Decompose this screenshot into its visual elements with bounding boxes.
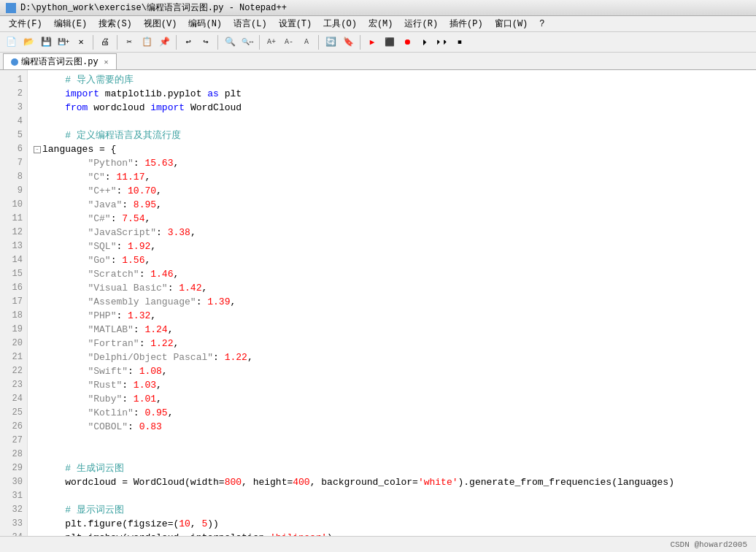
code-segment-11-3: 7.54 — [122, 212, 144, 226]
code-segment-30-0: wordcloud = WordCloud(width= — [42, 475, 225, 489]
toolbar-macro[interactable]: ◼ — [452, 34, 468, 50]
line-number-27: 27 — [3, 434, 23, 448]
code-segment-27-0 — [42, 434, 65, 448]
code-segment-8-1: "C" — [88, 170, 104, 184]
menu-item-p[interactable]: 插件(P) — [444, 16, 489, 31]
toolbar-new[interactable]: 📄 — [3, 34, 19, 50]
code-segment-14-0 — [42, 253, 88, 267]
status-bar: CSDN @howard2005 — [0, 536, 756, 552]
menu-item-m[interactable]: 宏(M) — [363, 16, 399, 31]
toolbar-saveall[interactable]: 💾+ — [55, 34, 72, 50]
code-segment-21-1: "Delphi/Object Pascal" — [88, 350, 213, 364]
code-segment-2-3: as — [207, 87, 219, 101]
line-number-33: 33 — [3, 517, 23, 531]
editor[interactable]: 1234567891011121314151617181920212223242… — [0, 70, 756, 536]
menu-item-v[interactable]: 视图(V) — [138, 16, 183, 31]
menu-item-r[interactable]: 运行(R) — [398, 16, 444, 31]
menu-item-s[interactable]: 搜索(S) — [93, 16, 138, 31]
menu-item-n[interactable]: 编码(N) — [182, 16, 228, 31]
toolbar-save[interactable]: 💾 — [38, 34, 54, 50]
code-segment-14-3: 1.56 — [122, 253, 144, 267]
toolbar-zoom-out[interactable]: A- — [281, 34, 297, 50]
code-segment-25-1: "Kotlin" — [88, 406, 133, 420]
toolbar-playback[interactable]: ⏵ — [417, 34, 433, 50]
fold-btn-6[interactable]: - — [34, 146, 41, 153]
line-number-14: 14 — [3, 253, 23, 267]
toolbar-record[interactable]: ⏺ — [399, 34, 415, 50]
toolbar-redo[interactable]: ↪ — [198, 34, 214, 50]
code-segment-19-1: "MATLAB" — [88, 323, 133, 337]
toolbar-undo[interactable]: ↩ — [180, 34, 196, 50]
line-number-1: 1 — [3, 73, 23, 87]
code-segment-2-2: matplotlib.pyplot — [99, 87, 207, 101]
toolbar-find[interactable]: 🔍 — [222, 34, 238, 50]
toolbar-paste[interactable]: 📌 — [156, 34, 172, 50]
code-line-33: plt.figure(figsize=(10, 5)) — [34, 517, 750, 531]
toolbar-zoom-reset[interactable]: A — [298, 34, 315, 50]
code-segment-16-4: , — [201, 281, 207, 295]
code-segment-22-4: , — [162, 364, 168, 378]
toolbar-open[interactable]: 📂 — [20, 34, 36, 50]
code-segment-20-2: : — [139, 337, 151, 350]
toolbar-run[interactable]: ▶ — [364, 34, 380, 50]
tab-lang-indicator — [11, 58, 18, 66]
code-segment-9-3: 10.70 — [128, 184, 156, 198]
toolbar-print[interactable]: 🖨 — [97, 34, 113, 50]
toolbar-copy[interactable]: 📋 — [139, 34, 155, 50]
code-line-15: "Scratch": 1.46, — [34, 267, 750, 281]
code-segment-26-0 — [42, 420, 88, 434]
code-segment-30-1: 800 — [225, 475, 242, 489]
code-segment-34-1: 'bilinear' — [270, 531, 327, 536]
code-segment-10-0 — [42, 198, 88, 212]
code-segment-12-1: "JavaScript" — [88, 226, 156, 239]
code-segment-22-3: 1.08 — [139, 364, 162, 378]
code-segment-2-1: import — [65, 87, 99, 101]
code-line-6: -languages = { — [34, 142, 750, 156]
code-segment-7-1: "Python" — [88, 156, 133, 170]
code-segment-13-2: : — [116, 239, 128, 253]
toolbar-playback-x[interactable]: ⏵⏵ — [434, 34, 450, 50]
code-line-10: "Java": 8.95, — [34, 198, 750, 212]
menu-item-o[interactable]: 工具(O) — [317, 16, 363, 31]
code-segment-25-3: 0.95 — [144, 406, 167, 420]
code-segment-21-0 — [42, 350, 88, 364]
toolbar-close[interactable]: ✕ — [73, 34, 89, 50]
tab-file[interactable]: 编程语言词云图.py ✕ — [3, 53, 117, 69]
line-number-19: 19 — [3, 323, 23, 337]
code-line-23: "Rust": 1.03, — [34, 378, 750, 392]
code-segment-12-3: 3.38 — [168, 226, 190, 239]
code-line-12: "JavaScript": 3.38, — [34, 226, 750, 239]
menu-item-e[interactable]: 编辑(E) — [48, 16, 93, 31]
toolbar-sync[interactable]: 🔄 — [323, 34, 339, 50]
line-number-8: 8 — [3, 170, 23, 184]
line-number-25: 25 — [3, 406, 23, 420]
toolbar-stop[interactable]: ⬛ — [382, 34, 398, 50]
menu-item-f[interactable]: 文件(F) — [3, 16, 48, 31]
code-segment-19-3: 1.24 — [144, 323, 167, 337]
line-number-34: 34 — [3, 531, 23, 536]
menu-item-w[interactable]: 窗口(W) — [489, 16, 534, 31]
menu-item-l[interactable]: 语言(L) — [228, 16, 273, 31]
code-line-25: "Kotlin": 0.95, — [34, 406, 750, 420]
code-segment-33-3: 5 — [201, 517, 207, 531]
code-line-1: # 导入需要的库 — [34, 73, 750, 87]
menu-item-t[interactable]: 设置(T) — [273, 16, 318, 31]
toolbar-zoom-in[interactable]: A+ — [263, 34, 279, 50]
code-segment-17-3: 1.39 — [207, 295, 230, 309]
code-segment-34-0: plt.imshow(wordcloud, interpolation= — [42, 531, 270, 536]
tab-close-btn[interactable]: ✕ — [104, 58, 109, 66]
code-segment-9-1: "C++" — [88, 184, 116, 198]
code-segment-24-3: 1.01 — [134, 392, 156, 406]
code-segment-2-4: plt — [219, 87, 242, 101]
toolbar-cut[interactable]: ✂ — [121, 34, 137, 50]
code-segment-9-4: , — [156, 184, 162, 198]
menu-item-[interactable]: ? — [533, 18, 550, 31]
toolbar-bookmark[interactable]: 🔖 — [340, 34, 356, 50]
code-segment-17-4: , — [230, 295, 236, 309]
code-segment-10-2: : — [122, 198, 134, 212]
code-segment-12-4: , — [190, 226, 196, 239]
code-area[interactable]: # 导入需要的库 import matplotlib.pyplot as plt… — [28, 70, 756, 536]
toolbar-replace[interactable]: 🔍↔ — [239, 34, 255, 50]
line-number-9: 9 — [3, 184, 23, 198]
code-segment-22-0 — [42, 364, 88, 378]
